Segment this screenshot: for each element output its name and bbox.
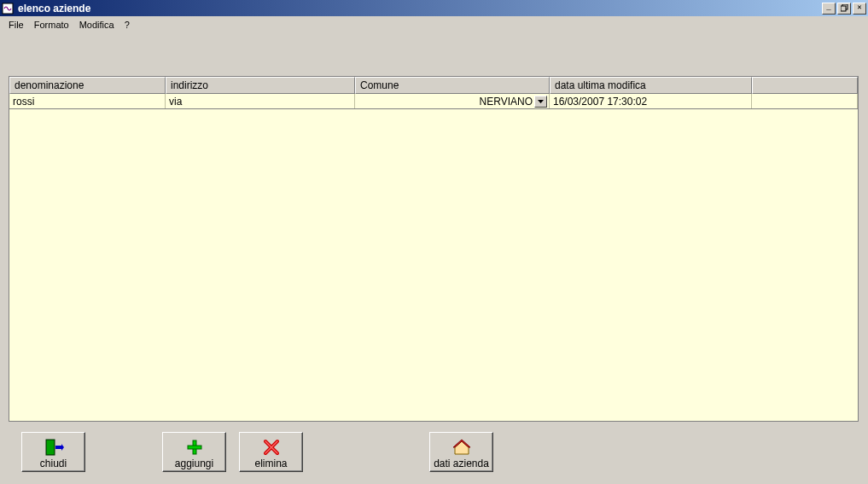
column-header-denominazione[interactable]: denominazione [9,77,166,94]
cell-comune[interactable]: NERVIANO [355,94,550,108]
column-header-blank [752,77,858,94]
cell-indirizzo[interactable]: via [166,94,355,108]
dati-azienda-button[interactable]: dati azienda [429,432,493,472]
column-header-data-ultima-modifica[interactable]: data ultima modifica [550,77,752,94]
window-controls: _ ✕ [820,3,866,15]
elimina-label: elimina [254,458,287,469]
minimize-button[interactable]: _ [822,3,836,15]
restore-button[interactable] [837,3,851,15]
window-title: elenco aziende [16,3,820,15]
menu-help[interactable]: ? [119,18,135,32]
plus-icon [184,438,205,457]
delete-x-icon [261,438,282,457]
menu-formato[interactable]: Formato [29,18,74,32]
svg-rect-4 [47,440,54,454]
close-button[interactable]: ✕ [853,3,866,15]
cell-blank [752,94,858,108]
data-grid[interactable]: denominazione indirizzo Comune data ulti… [9,76,859,422]
svg-marker-7 [455,441,469,454]
column-header-comune[interactable]: Comune [355,77,550,94]
grid-body: rossi via NERVIANO 16/03/2007 17:30:02 [9,94,858,421]
exit-door-icon [44,438,64,457]
chiudi-button[interactable]: chiudi [21,432,85,472]
svg-rect-2 [841,6,846,11]
button-bar: chiudi aggiungi elimina [0,432,868,476]
table-row[interactable]: rossi via NERVIANO 16/03/2007 17:30:02 [9,94,858,109]
grid-header: denominazione indirizzo Comune data ulti… [9,77,858,94]
chiudi-label: chiudi [40,458,67,469]
elimina-button[interactable]: elimina [239,432,303,472]
aggiungi-label: aggiungi [175,458,213,469]
menu-file[interactable]: File [3,18,29,32]
app-icon [2,3,14,15]
cell-denominazione[interactable]: rossi [9,94,166,108]
chevron-down-icon[interactable] [534,96,547,108]
column-header-indirizzo[interactable]: indirizzo [166,77,355,94]
cell-data-ultima-modifica[interactable]: 16/03/2007 17:30:02 [550,94,752,108]
dati-azienda-label: dati azienda [434,458,489,469]
titlebar: elenco aziende _ ✕ [0,0,868,16]
menubar: File Formato Modifica ? [0,16,868,33]
svg-rect-6 [188,446,201,449]
aggiungi-button[interactable]: aggiungi [162,432,226,472]
house-icon [451,438,472,457]
comune-value: NERVIANO [358,96,534,108]
menu-modifica[interactable]: Modifica [74,18,119,32]
client-area: denominazione indirizzo Comune data ulti… [0,33,868,484]
